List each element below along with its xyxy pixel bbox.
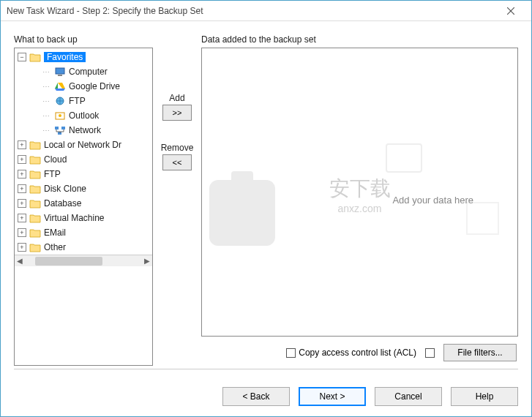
folder-icon — [29, 169, 41, 179]
scroll-left-icon[interactable]: ◀ — [15, 257, 25, 265]
cancel-button[interactable]: Cancel — [375, 387, 442, 406]
expand-icon[interactable]: + — [18, 140, 26, 149]
folder-icon — [29, 213, 41, 223]
file-filters-button[interactable]: File filters... — [443, 344, 517, 361]
tree-label: Google Drive — [69, 81, 120, 91]
svg-rect-11 — [61, 127, 65, 129]
window-title: New Task Wizard - Step 2: Specify the Ba… — [7, 6, 496, 16]
tree-item[interactable]: ⋯FTP — [15, 94, 152, 108]
tree-item[interactable]: ⋯Network — [15, 123, 152, 138]
expand-icon[interactable]: + — [18, 228, 26, 237]
watermark-shield-icon — [209, 180, 275, 246]
tree-label: Other — [44, 242, 66, 252]
folder-icon — [29, 242, 41, 252]
tree-item[interactable]: +Cloud — [15, 152, 152, 167]
transfer-buttons: Add >> Remove << — [157, 34, 197, 366]
folder-icon — [29, 52, 41, 62]
backup-set-area[interactable]: 安下载anxz.com Add your data here — [201, 48, 518, 337]
tree-item[interactable]: +Disk Clone — [15, 181, 152, 196]
tree-item[interactable]: ⋯Google Drive — [15, 79, 152, 94]
titlebar: New Task Wizard - Step 2: Specify the Ba… — [1, 1, 531, 21]
tree-connector-icon: ⋯ — [42, 112, 54, 120]
tree-label: Virtual Machine — [44, 213, 105, 223]
footer: < Back Next > Cancel Help — [1, 383, 531, 416]
right-label: Data added to the backup set — [201, 34, 518, 45]
tree-item[interactable]: +FTP — [15, 167, 152, 181]
tree-label: FTP — [69, 96, 86, 106]
add-button[interactable]: >> — [162, 105, 192, 121]
tree-connector-icon: ⋯ — [42, 127, 54, 135]
tree-item[interactable]: ⋯Outlook — [15, 108, 152, 123]
next-button[interactable]: Next > — [299, 387, 366, 406]
tree-item[interactable]: +Other — [15, 240, 152, 255]
expand-icon[interactable]: + — [18, 199, 26, 208]
remove-button[interactable]: << — [162, 154, 192, 170]
acl-checkbox[interactable] — [286, 348, 296, 358]
computer-icon — [54, 67, 66, 77]
tree-label: FTP — [44, 169, 61, 179]
tree-item-favorites[interactable]: −Favorites — [15, 50, 152, 64]
svg-rect-10 — [55, 127, 59, 129]
close-button[interactable] — [496, 2, 525, 20]
outlook-icon — [54, 110, 66, 121]
svg-marker-5 — [55, 83, 58, 89]
svg-rect-2 — [56, 68, 64, 74]
gdrive-icon — [54, 81, 66, 91]
placeholder-text: Add your data here — [392, 195, 473, 206]
extra-checkbox[interactable] — [425, 348, 435, 358]
folder-icon — [29, 184, 41, 194]
collapse-icon[interactable]: − — [18, 53, 26, 61]
svg-marker-6 — [55, 89, 65, 91]
folder-icon — [29, 154, 41, 165]
tree-item[interactable]: +Database — [15, 196, 152, 211]
scroll-thumb[interactable] — [35, 257, 102, 266]
svg-rect-3 — [58, 75, 62, 76]
remove-label: Remove — [161, 143, 194, 153]
tree-connector-icon: ⋯ — [42, 97, 54, 105]
expand-icon[interactable]: + — [18, 170, 26, 179]
folder-icon — [29, 198, 41, 209]
tree-label: Local or Network Dr — [44, 140, 121, 150]
acl-label: Copy access control list (ACL) — [299, 348, 416, 358]
tree-label: Disk Clone — [44, 184, 86, 194]
tree-label: Network — [69, 125, 101, 135]
tree-label: Database — [44, 198, 81, 209]
tree-item[interactable]: +Virtual Machine — [15, 211, 152, 225]
back-button[interactable]: < Back — [222, 387, 290, 406]
tree-label: Outlook — [69, 110, 99, 121]
svg-marker-4 — [58, 83, 65, 89]
watermark-computer-icon — [386, 143, 422, 173]
main-area: What to back up −Favorites⋯Computer⋯Goog… — [14, 34, 518, 366]
tree-connector-icon: ⋯ — [42, 68, 54, 76]
folder-icon — [29, 140, 41, 150]
expand-icon[interactable]: + — [18, 155, 26, 164]
right-panel: Data added to the backup set 安下载anxz.com… — [201, 34, 518, 366]
options-row: Copy access control list (ACL) File filt… — [201, 337, 518, 366]
expand-icon[interactable]: + — [18, 214, 26, 222]
tree-item[interactable]: +EMail — [15, 225, 152, 240]
svg-point-9 — [59, 114, 61, 117]
help-button[interactable]: Help — [451, 387, 518, 406]
watermark-text: 安下载anxz.com — [329, 174, 391, 214]
folder-icon — [29, 228, 41, 238]
left-panel: What to back up −Favorites⋯Computer⋯Goog… — [14, 34, 153, 366]
expand-icon[interactable]: + — [18, 243, 26, 252]
content: What to back up −Favorites⋯Computer⋯Goog… — [1, 21, 531, 383]
acl-checkbox-wrap[interactable]: Copy access control list (ACL) — [286, 348, 416, 358]
expand-icon[interactable]: + — [18, 184, 26, 193]
tree-label: Computer — [69, 67, 108, 77]
network-icon — [54, 125, 66, 135]
footer-separator — [14, 369, 518, 369]
tree-label: Cloud — [44, 154, 67, 165]
tree-horizontal-scrollbar[interactable]: ◀ ▶ — [15, 255, 152, 266]
left-label: What to back up — [14, 34, 153, 45]
tree-label: Favorites — [44, 52, 86, 62]
ftp-icon — [54, 96, 66, 106]
tree-label: EMail — [44, 228, 66, 238]
scroll-right-icon[interactable]: ▶ — [142, 257, 152, 265]
tree-item[interactable]: +Local or Network Dr — [15, 138, 152, 152]
tree-connector-icon: ⋯ — [42, 83, 54, 91]
watermark-gears-icon — [466, 202, 499, 235]
tree-item[interactable]: ⋯Computer — [15, 64, 152, 79]
source-tree[interactable]: −Favorites⋯Computer⋯Google Drive⋯FTP⋯Out… — [14, 48, 153, 366]
